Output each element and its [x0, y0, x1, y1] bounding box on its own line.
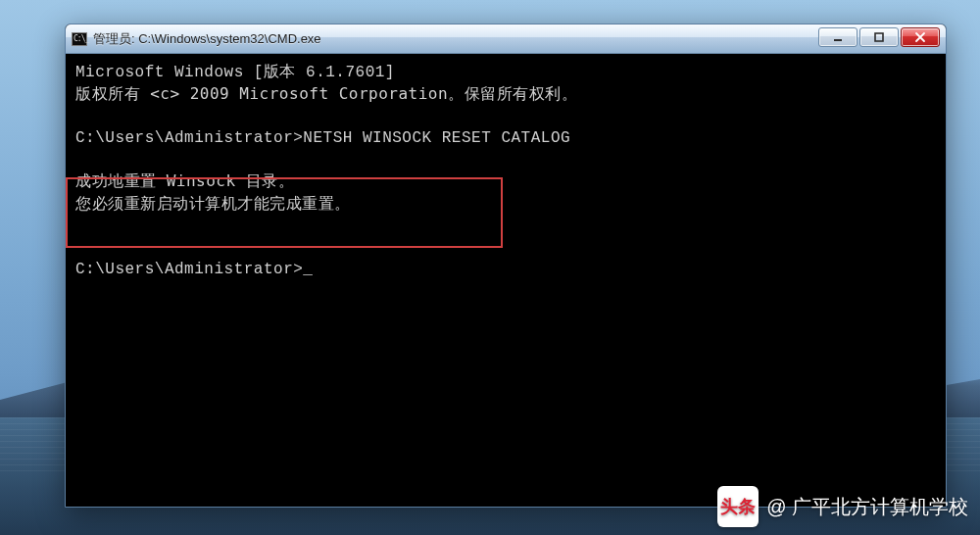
maximize-icon: [873, 31, 885, 43]
terminal-result: 成功地重置 Winsock 目录。: [75, 171, 294, 190]
minimize-button[interactable]: [818, 27, 858, 47]
close-icon: [914, 31, 926, 43]
close-button[interactable]: [901, 27, 940, 47]
desktop-background: 管理员: C:\Windows\system32\CMD.exe Microso…: [0, 0, 980, 535]
watermark: 头条 @ 广平北方计算机学校: [717, 486, 968, 527]
titlebar[interactable]: 管理员: C:\Windows\system32\CMD.exe: [66, 24, 946, 54]
terminal-cursor: _: [303, 261, 313, 278]
minimize-icon: [832, 31, 844, 43]
window-title: 管理员: C:\Windows\system32\CMD.exe: [93, 30, 321, 48]
terminal-line: Microsoft Windows [版本 6.1.7601]: [75, 64, 395, 81]
svg-rect-0: [834, 39, 842, 41]
terminal-prompt: C:\Users\Administrator>: [75, 261, 303, 278]
terminal-prompt: C:\Users\Administrator>: [75, 129, 303, 147]
terminal-line: 版权所有 <c> 2009 Microsoft Corporation。保留所有…: [75, 84, 577, 103]
terminal-output[interactable]: Microsoft Windows [版本 6.1.7601] 版权所有 <c>…: [66, 54, 946, 507]
terminal-command: NETSH WINSOCK RESET CATALOG: [303, 129, 570, 147]
cmd-window: 管理员: C:\Windows\system32\CMD.exe Microso…: [65, 24, 947, 508]
watermark-text: @ 广平北方计算机学校: [766, 494, 968, 520]
toutiao-logo-icon: 头条: [717, 486, 759, 527]
cmd-icon: [72, 32, 87, 46]
svg-rect-1: [875, 33, 883, 41]
window-controls: [818, 27, 940, 47]
maximize-button[interactable]: [859, 27, 899, 47]
terminal-result: 您必须重新启动计算机才能完成重置。: [75, 194, 351, 213]
